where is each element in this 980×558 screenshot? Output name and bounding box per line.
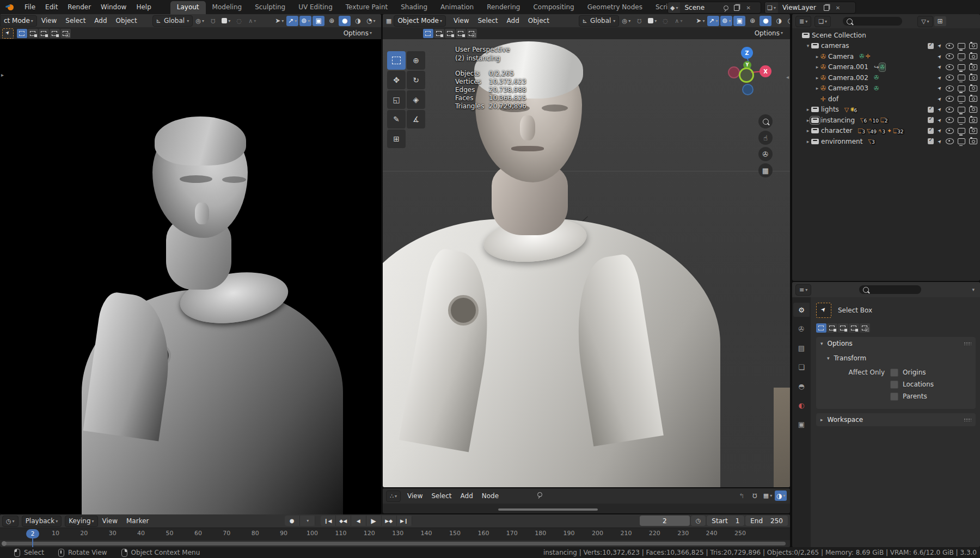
scene-selector[interactable]: ◆▾ Scene ✕ [667, 2, 761, 14]
outliner-display-mode[interactable]: ≣▾ [795, 16, 811, 27]
options-dropdown[interactable]: Options▾ [340, 28, 376, 38]
nav-zoom-button[interactable] [758, 114, 773, 128]
workspace-panel-header[interactable]: ▸ Workspace [816, 413, 976, 426]
select-mode-extend[interactable] [28, 29, 38, 38]
select-mode-invert[interactable] [50, 29, 60, 38]
outliner-filter-mode[interactable]: ❏▾ [814, 16, 831, 27]
menu-edit[interactable]: Edit [40, 0, 63, 14]
navigation-gizmo[interactable]: Z X Y [726, 47, 769, 99]
node-editor-scrollbar[interactable] [498, 508, 598, 511]
play-reverse-button[interactable]: ◀ [351, 516, 366, 526]
menu-add[interactable]: Add [503, 17, 524, 24]
menu-playback[interactable]: Playback▾ [22, 516, 62, 527]
tool-select-box[interactable] [387, 51, 406, 70]
menu-select[interactable]: Select [427, 492, 456, 500]
gizmo-x-axis[interactable]: X [759, 65, 771, 77]
outliner-row-lights[interactable]: ▸lights▽✺6➤ [792, 105, 980, 115]
frame-start-field[interactable]: Start1 [707, 516, 744, 526]
tab-animation[interactable]: Animation [434, 1, 480, 14]
hide-eye-icon[interactable] [946, 96, 954, 102]
menu-node[interactable]: Node [477, 492, 503, 500]
menu-marker[interactable]: Marker [122, 517, 153, 525]
menu-view[interactable]: View [98, 517, 122, 525]
show-gizmo-icon[interactable]: ↗▾ [286, 16, 298, 26]
tab-sculpting[interactable]: Sculpting [248, 1, 292, 14]
outliner-search-input[interactable] [843, 17, 902, 26]
exclude-checkbox[interactable] [928, 128, 934, 134]
menu-help[interactable]: Help [131, 0, 156, 14]
shading-rendered-icon[interactable]: ◔▾ [365, 16, 377, 26]
go-to-parent-icon[interactable]: ↰ [736, 490, 748, 501]
checkbox-parents[interactable] [890, 393, 898, 401]
exclude-checkbox[interactable] [928, 107, 934, 113]
gizmo-z-neg-axis[interactable] [742, 84, 754, 95]
properties-search-input[interactable] [859, 285, 921, 294]
selectable-icon[interactable]: ➤ [936, 75, 944, 81]
use-preview-range-button[interactable]: ◷ [691, 516, 706, 526]
timeline-scrollbar[interactable] [2, 542, 786, 545]
panel-grip[interactable] [964, 418, 971, 421]
disable-render-icon[interactable] [969, 138, 977, 144]
select-mode-invert[interactable] [456, 29, 466, 38]
nav-pan-button[interactable]: ☝ [758, 131, 773, 145]
jump-start-button[interactable]: ❙◀ [321, 516, 336, 526]
next-keyframe-button[interactable]: ▶◆ [382, 516, 397, 526]
disable-render-icon[interactable] [969, 107, 977, 113]
scene-browse-icon[interactable]: ◆▾ [668, 2, 680, 13]
outliner-row-camera-002[interactable]: ▸✇Camera.002✇➤ [792, 72, 980, 83]
overlay-toggle-icon[interactable]: ◑▾ [775, 490, 787, 501]
gizmo-origin[interactable] [739, 68, 754, 83]
snap-magnet-icon[interactable]: Ω [749, 490, 761, 501]
viewport-right-canvas[interactable]: ⊕✥↻◱◈✎∡⊞ User Perspective (2) instancing… [383, 39, 790, 487]
select-mode-extend[interactable] [434, 29, 444, 38]
shading-solid-icon[interactable]: ● [339, 16, 351, 26]
viewlayer-browse-icon[interactable]: ❏▾ [765, 2, 778, 13]
properties-tab-scene[interactable]: ◓ [793, 379, 810, 393]
selectable-icon[interactable]: ➤ [936, 85, 944, 91]
mode-dropdown[interactable]: Object Mode▾ [394, 15, 446, 27]
disable-render-icon[interactable] [969, 64, 977, 70]
current-frame-field[interactable]: 2 [640, 516, 690, 526]
outliner-row-camera-001[interactable]: ▸✇Camera.001↪✇➤ [792, 62, 980, 73]
properties-tab-collection[interactable]: ▣ [793, 417, 810, 431]
menu-render[interactable]: Render [63, 0, 96, 14]
show-overlays-icon[interactable]: ⊚▾ [299, 16, 311, 26]
expander-icon[interactable]: ▸ [814, 54, 820, 59]
transform-pivot-point-icon[interactable]: ◎▾ [620, 16, 632, 26]
auto-keying-button[interactable]: ● [285, 516, 300, 526]
tab-uv-editing[interactable]: UV Editing [292, 1, 339, 14]
hide-eye-icon[interactable] [946, 43, 954, 49]
snap-target-icon[interactable]: ▾ [646, 16, 658, 26]
shading-wireframe-icon[interactable]: ⊕ [326, 16, 338, 26]
select-mode-subtract[interactable] [838, 323, 848, 333]
tab-geometry-nodes[interactable]: Geometry Nodes [581, 1, 649, 14]
toggle-xray-icon[interactable]: ▣ [733, 16, 745, 26]
menu-add[interactable]: Add [90, 17, 111, 24]
sidebar-expand-icon[interactable]: ◂ [786, 74, 789, 80]
pin-icon[interactable] [724, 5, 728, 10]
hide-eye-icon[interactable] [946, 128, 954, 134]
select-mode-intersect[interactable] [860, 323, 870, 333]
select-box-tool-icon[interactable] [816, 303, 831, 318]
show-overlays-icon[interactable]: ⊚▾ [720, 16, 732, 26]
selectable-icon[interactable]: ➤ [936, 138, 944, 145]
tab-modeling[interactable]: Modeling [206, 1, 249, 14]
select-mode-intersect[interactable] [467, 29, 477, 38]
selectable-icon[interactable]: ➤ [936, 64, 944, 70]
select-mode-subtract[interactable] [445, 29, 455, 38]
tab-layout[interactable]: Layout [170, 1, 206, 14]
expander-icon[interactable]: ▸ [814, 64, 820, 70]
selectable-icon[interactable]: ➤ [936, 106, 944, 113]
disable-viewport-icon[interactable] [958, 117, 965, 123]
editor-type-node-icon[interactable]: ∴▾ [386, 490, 401, 502]
hide-eye-icon[interactable] [946, 53, 954, 59]
select-mode-invert[interactable] [849, 323, 859, 333]
snap-target-icon[interactable]: ▦▾ [762, 490, 774, 501]
shading-material-icon[interactable]: ◑ [352, 16, 364, 26]
snap-toggle-icon[interactable]: Ω [633, 16, 645, 26]
disable-viewport-icon[interactable] [958, 138, 965, 144]
outliner-row-character[interactable]: ▸character❏3▽49∿3✦❏32➤ [792, 126, 980, 137]
disable-viewport-icon[interactable] [958, 107, 965, 113]
editor-type-3d-icon[interactable]: ▦ [386, 17, 391, 24]
menu-file[interactable]: File [20, 0, 40, 14]
